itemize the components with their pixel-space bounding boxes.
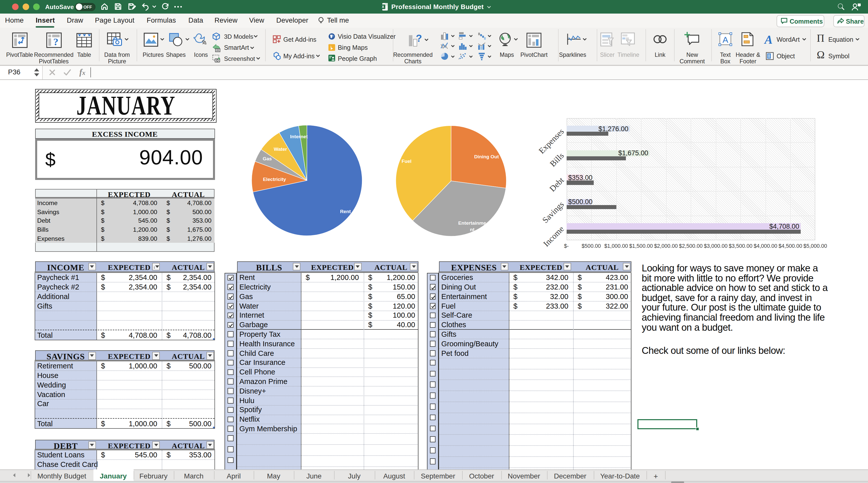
svg-text:?: ? [53,36,58,48]
svg-text:?: ? [416,33,422,44]
svg-text:A: A [722,35,728,44]
